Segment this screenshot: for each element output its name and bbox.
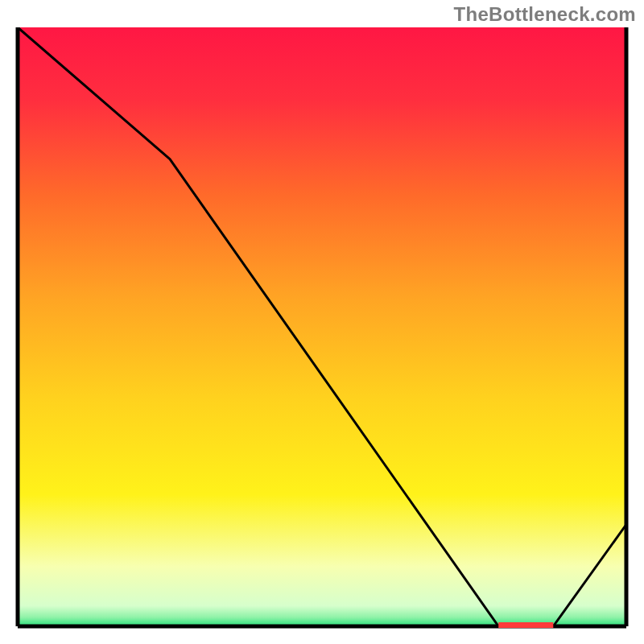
attribution-text: TheBottleneck.com	[454, 3, 636, 26]
optimal-marker	[498, 622, 553, 628]
bottleneck-chart	[14, 27, 630, 630]
gradient-background	[18, 27, 626, 626]
chart-svg	[14, 27, 630, 630]
